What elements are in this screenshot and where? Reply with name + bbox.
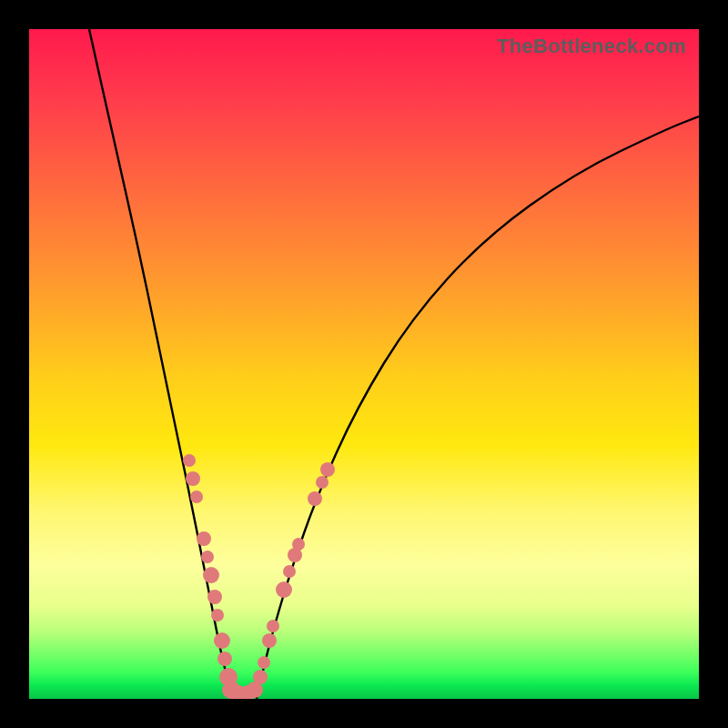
- bead-point: [262, 633, 277, 648]
- bead-point: [201, 551, 214, 563]
- bead-point: [267, 620, 279, 632]
- chart-svg: [29, 29, 699, 699]
- bead-point: [203, 567, 219, 583]
- bead-point: [258, 656, 270, 669]
- bead-point: [183, 454, 196, 467]
- bead-point: [186, 471, 200, 486]
- bead-point: [197, 531, 211, 546]
- bead-point: [308, 491, 322, 506]
- bead-point: [283, 565, 296, 578]
- bead-point: [316, 476, 329, 489]
- bead-point: [292, 538, 305, 551]
- bead-point: [211, 609, 224, 622]
- plot-area: TheBottleneck.com: [29, 29, 699, 699]
- bead-point: [320, 462, 335, 477]
- bead-point: [207, 590, 222, 604]
- curve-right-branch: [257, 116, 699, 699]
- bead-point: [276, 581, 292, 598]
- bead-cluster: [183, 454, 335, 699]
- bead-point: [253, 670, 268, 684]
- bead-point: [214, 632, 230, 649]
- bead-point: [217, 652, 232, 666]
- bead-point: [190, 490, 203, 503]
- outer-frame: TheBottleneck.com: [0, 0, 728, 728]
